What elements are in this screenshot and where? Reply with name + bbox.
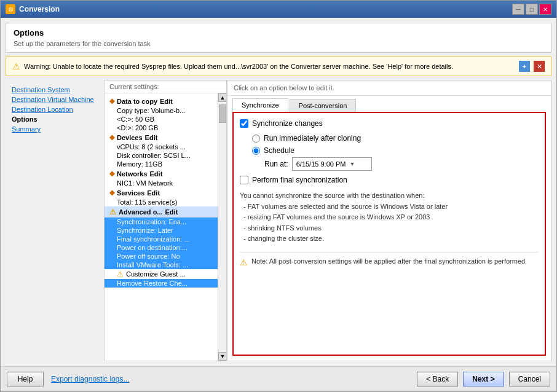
cannot-sync-description: You cannot synchronize the source with t…: [240, 190, 539, 245]
memory-item: Memory: 11GB: [105, 160, 218, 168]
data-to-copy-edit[interactable]: Edit: [160, 98, 173, 105]
final-sync-item[interactable]: Final synchronization: ...: [105, 235, 218, 243]
center-scrollbar: ▲ ▼: [218, 93, 226, 361]
disk-controller-item: Disk controller: SCSI L...: [105, 151, 218, 160]
center-header: Current settings:: [105, 80, 226, 93]
window-controls: ─ □ ✕: [512, 4, 551, 15]
data-to-copy-header: ◆ Data to copy Edit: [105, 96, 218, 106]
bottom-bar: Help Export diagnostic logs... < Back Ne…: [1, 366, 556, 391]
export-logs-link[interactable]: Export diagnostic logs...: [51, 375, 129, 383]
devices-edit[interactable]: Edit: [145, 134, 158, 141]
page-subtitle: Set up the parameters for the conversion…: [14, 40, 543, 47]
note-warning-icon: ⚠: [240, 257, 248, 267]
tab-synchronize[interactable]: Synchronize: [232, 98, 288, 112]
nav-summary[interactable]: Summary: [12, 124, 98, 134]
scroll-up-button[interactable]: ▲: [218, 93, 226, 102]
tabs-container: Synchronize Post-conversion: [227, 96, 551, 112]
settings-list: ◆ Data to copy Edit Copy type: Volume-b.…: [105, 93, 218, 361]
run-immediately-radio[interactable]: [252, 135, 260, 143]
advanced-header: ⚠ Advanced o... Edit: [105, 206, 218, 218]
page-title: Options: [14, 28, 543, 37]
networks-header: ◆ Networks Edit: [105, 168, 218, 179]
run-at-label: Run at:: [264, 160, 288, 168]
nav-destination-location[interactable]: Destination Location: [12, 104, 98, 114]
maximize-button[interactable]: □: [526, 4, 538, 15]
install-tools-item[interactable]: Install VMware Tools: ...: [105, 261, 218, 269]
run-at-dropdown[interactable]: 6/15/15 9:00 PM ▼: [292, 157, 372, 171]
app-icon: ⚙: [6, 4, 15, 14]
sync-radio-group: Run immediately after cloning Schedule: [252, 134, 539, 155]
tab-post-conversion[interactable]: Post-conversion: [290, 99, 357, 112]
run-immediately-label: Run immediately after cloning: [264, 134, 361, 143]
nav-options: Options: [12, 114, 98, 124]
scroll-thumb[interactable]: [219, 104, 226, 123]
c-drive-item: <C:>: 50 GB: [105, 115, 218, 123]
right-panel: Click on an option below to edit it. Syn…: [227, 80, 551, 361]
dropdown-arrow-icon: ▼: [349, 161, 355, 167]
scroll-track[interactable]: [218, 102, 226, 352]
vcpus-item: vCPUs: 8 (2 sockets ...: [105, 143, 218, 151]
help-button[interactable]: Help: [7, 372, 44, 386]
schedule-radio[interactable]: [252, 147, 260, 155]
perform-final-row: Perform final synchronization: [240, 176, 539, 184]
main-window: ⚙ Conversion ─ □ ✕ Options Set up the pa…: [0, 0, 557, 392]
perform-final-label: Perform final synchronization: [252, 176, 347, 184]
next-button[interactable]: Next >: [463, 372, 504, 386]
perform-final-checkbox[interactable]: [240, 176, 248, 184]
warning-bar: ⚠ Warning: Unable to locate the required…: [6, 57, 551, 76]
warning-text: Warning: Unable to locate the required S…: [24, 63, 515, 70]
nav-destination-vm[interactable]: Destination Virtual Machine: [12, 95, 98, 104]
scroll-down-button[interactable]: ▼: [218, 352, 226, 361]
remove-restore-item[interactable]: Remove Restore Che...: [105, 279, 218, 288]
close-button[interactable]: ✕: [539, 4, 551, 15]
main-area: Destination System Destination Virtual M…: [6, 80, 551, 361]
minimize-button[interactable]: ─: [512, 4, 524, 15]
note-text: Note: All post-conversion settings will …: [251, 257, 527, 265]
nav-destination-system[interactable]: Destination System: [12, 85, 98, 95]
title-bar: ⚙ Conversion ─ □ ✕: [1, 1, 556, 18]
tab-content-synchronize: Synchronize changes Run immediately afte…: [232, 112, 546, 356]
header-section: Options Set up the parameters for the co…: [6, 23, 551, 53]
warning-close-button[interactable]: ✕: [534, 61, 545, 72]
schedule-label: Schedule: [264, 146, 294, 155]
d-drive-item: <D:>: 200 GB: [105, 123, 218, 132]
cancel-button[interactable]: Cancel: [509, 372, 550, 386]
center-panel: Current settings: ◆ Data to copy Edit Co…: [104, 80, 227, 361]
sync-changes-checkbox[interactable]: [240, 119, 248, 128]
note-row: ⚠ Note: All post-conversion settings wil…: [240, 252, 539, 267]
services-total-item: Total: 115 service(s): [105, 198, 218, 206]
power-off-src-item[interactable]: Power off source: No: [105, 252, 218, 261]
power-on-dest-item[interactable]: Power on destination:...: [105, 243, 218, 252]
services-header: ◆ Services Edit: [105, 187, 218, 198]
window-title: Conversion: [19, 5, 60, 14]
sync-enabled-item[interactable]: Synchronization: Ena...: [105, 218, 218, 226]
copy-type-item: Copy type: Volume-b...: [105, 106, 218, 115]
schedule-row: Schedule: [252, 146, 539, 155]
advanced-edit[interactable]: Edit: [165, 208, 178, 216]
services-edit[interactable]: Edit: [147, 189, 160, 197]
left-navigation: Destination System Destination Virtual M…: [6, 80, 104, 361]
networks-edit[interactable]: Edit: [150, 170, 163, 178]
run-at-value: 6/15/15 9:00 PM: [296, 160, 346, 168]
run-at-row: Run at: 6/15/15 9:00 PM ▼: [264, 157, 539, 171]
nic1-item: NIC1: VM Network: [105, 179, 218, 187]
sync-changes-label: Synchronize changes: [252, 119, 323, 128]
devices-header: ◆ Devices Edit: [105, 132, 218, 143]
run-immediately-row: Run immediately after cloning: [252, 134, 539, 143]
customize-guest-item[interactable]: ⚠ Customize Guest ...: [105, 269, 218, 279]
content-area: Options Set up the parameters for the co…: [1, 18, 556, 366]
warning-icon: ⚠: [12, 61, 20, 71]
right-description: Click on an option below to edit it.: [227, 80, 551, 96]
warning-plus-button[interactable]: +: [519, 61, 530, 72]
back-button[interactable]: < Back: [417, 372, 458, 386]
sync-later-item[interactable]: Synchronize: Later: [105, 226, 218, 235]
sync-changes-row: Synchronize changes: [240, 119, 539, 128]
